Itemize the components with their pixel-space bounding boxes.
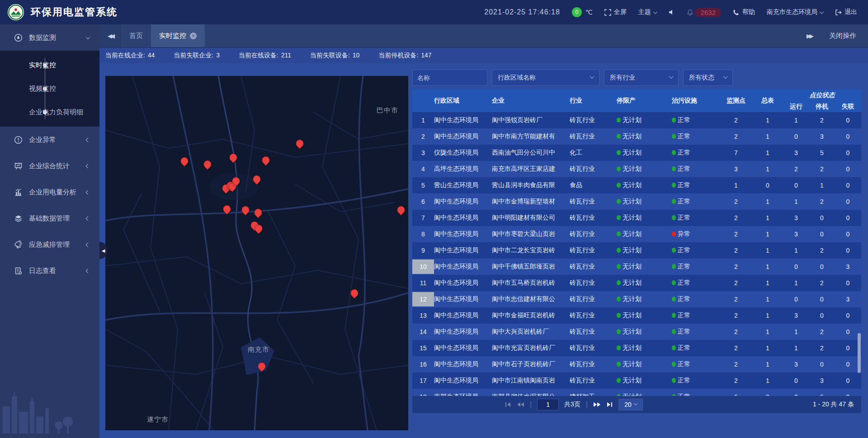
help-button[interactable]: 帮助 <box>733 8 755 16</box>
sidebar-item[interactable]: 数据监测 <box>0 24 99 51</box>
cell-stopped: 0 <box>809 226 835 242</box>
fullscreen-button[interactable]: 全屏 <box>604 8 627 16</box>
industry-filter-select[interactable]: 所有行业 <box>604 70 679 86</box>
cell-stop-status: 无计划 <box>617 259 672 275</box>
stat-item: 当前失联设备: 10 <box>310 52 359 60</box>
divider: | <box>586 400 588 409</box>
cell-monitor-points: 2 <box>720 324 752 340</box>
table-row[interactable]: 18南部生态环境局南部县砌佳水泥有限公建材加工无计划正常60060 <box>412 389 861 396</box>
sound-mute-button[interactable] <box>669 9 675 15</box>
stat-label: 当前失联企业: <box>174 52 215 59</box>
table-scrollbar-thumb[interactable] <box>858 333 861 373</box>
table-row[interactable]: 6阆中生态环境局阆中市金博瑞新型墙材砖瓦行业无计划正常21120 <box>412 193 861 210</box>
sidebar-item[interactable]: 应急减排管理 <box>0 231 99 258</box>
cell-offline: 0 <box>835 307 861 324</box>
sidebar-menu: 数据监测实时监控视频监控企业电力负荷明细企业异常企业综合统计企业用电量分析基础数… <box>0 24 99 284</box>
tabs-scroll-left-button[interactable]: ◀◀ <box>99 24 121 47</box>
cell-meters: 1 <box>752 275 783 291</box>
page-number-input[interactable] <box>537 399 559 410</box>
table-row[interactable]: 8阆中生态环境局阆中市枣碧大梁山页岩砖瓦行业无计划异常21300 <box>412 226 861 242</box>
map-pin[interactable] <box>240 204 251 215</box>
table-row[interactable]: 5营山生态环境局营山县润丰肉食品有限食品无计划正常10010 <box>412 177 861 193</box>
double-right-arrow-icon[interactable]: ▶▶ <box>807 33 812 39</box>
status-dot <box>672 199 676 204</box>
cell-running: 1 <box>783 340 809 356</box>
status-filter-select[interactable]: 所有状态 <box>683 70 733 86</box>
sidebar-item-label: 企业用电量分析 <box>29 188 86 197</box>
table-row[interactable]: 10阆中生态环境局阆中千佛镇五郎垭页岩砖瓦行业无计划正常21003 <box>412 259 861 275</box>
cell-running: 0 <box>783 389 809 396</box>
sidebar-item[interactable]: 日志查看 <box>0 258 99 284</box>
close-operations-dropdown[interactable]: 关闭操作 <box>829 32 856 40</box>
cell-stopped: 0 <box>809 356 835 372</box>
table-row[interactable]: 13阆中生态环境局阆中市金福旺页岩机砖砖瓦行业无计划正常21300 <box>412 307 861 324</box>
row-index: 5 <box>417 178 429 193</box>
cell-region: 阆中生态环境局 <box>434 128 492 145</box>
next-page-button[interactable] <box>593 401 601 408</box>
map-pin[interactable] <box>179 155 190 166</box>
cell-industry: 砖瓦行业 <box>570 210 617 226</box>
table-row[interactable]: 1阆中生态环境局阆中强锐页岩砖厂砖瓦行业无计划正常21120 <box>412 112 861 128</box>
status-text: 正常 <box>678 328 690 335</box>
cell-running: 0 <box>783 177 809 193</box>
sidebar-subitem[interactable]: 实时监控 <box>0 53 99 77</box>
status-text: 正常 <box>678 279 690 286</box>
last-page-button[interactable] <box>606 401 613 408</box>
table-row[interactable]: 14阆中生态环境局阆中大兴页岩机砖厂砖瓦行业无计划正常21120 <box>412 324 861 340</box>
cell-meters: 1 <box>752 161 783 177</box>
cell-facility-status: 正常 <box>672 275 720 291</box>
theme-dropdown[interactable]: 主题 <box>638 8 657 16</box>
table-row[interactable]: 15阆中生态环境局阆中市光富页岩机砖厂砖瓦行业无计划正常21120 <box>412 340 861 356</box>
map-pin[interactable] <box>349 287 360 298</box>
sidebar-item[interactable]: 企业用电量分析 <box>0 179 99 205</box>
cell-region: 阆中生态环境局 <box>434 275 492 291</box>
table-row[interactable]: 11阆中生态环境局阆中市五马桥页岩机砖砖瓦行业无计划正常21120 <box>412 275 861 291</box>
sidebar-item[interactable]: 基础数据管理 <box>0 205 99 231</box>
map-canvas[interactable]: 巴中市南充市遂宁市 <box>105 76 408 430</box>
table-row[interactable]: 17阆中生态环境局阆中市江南镇阆南页岩砖瓦行业无计划正常21030 <box>412 372 861 389</box>
map-pin[interactable] <box>294 138 305 149</box>
table-row[interactable]: 12阆中生态环境局阆中市忠信建材有限公砖瓦行业无计划正常21003 <box>412 291 861 307</box>
sidebar-item[interactable]: 企业异常 <box>0 127 99 153</box>
logout-button[interactable]: 退出 <box>835 8 857 16</box>
row-index: 1 <box>417 113 429 127</box>
map-pin[interactable] <box>256 361 267 372</box>
status-dot <box>672 378 676 383</box>
notifications-button[interactable]: 2632 <box>687 8 721 17</box>
table-row[interactable]: 2阆中生态环境局阆中市南方节能建材有砖瓦行业无计划正常21030 <box>412 128 861 145</box>
map-pin[interactable] <box>260 155 271 165</box>
status-text: 无计划 <box>623 214 642 221</box>
map-pin[interactable] <box>253 207 264 218</box>
page-size-select[interactable]: 20 <box>618 399 643 410</box>
map-pin[interactable] <box>396 204 406 215</box>
cell-stop-status: 无计划 <box>617 356 672 372</box>
tab-home[interactable]: 首页 <box>121 24 151 47</box>
table-row[interactable]: 16阆中生态环境局阆中市石子页岩机砖厂砖瓦行业无计划正常21300 <box>412 356 861 372</box>
region-filter-select[interactable]: 行政区域名称 <box>492 70 599 86</box>
status-text: 正常 <box>678 311 690 319</box>
map-pin[interactable] <box>222 203 232 214</box>
map-pin[interactable] <box>251 174 262 184</box>
prev-page-button[interactable] <box>517 401 524 408</box>
stat-value: 147 <box>421 52 431 59</box>
cell-stopped: 6 <box>809 389 835 396</box>
map-pin[interactable] <box>228 152 239 163</box>
table-row[interactable]: 9阆中生态环境局阆中市二龙长宝页岩砖砖瓦行业无计划正常21120 <box>412 242 861 259</box>
sidebar-subitem[interactable]: 视频监控 <box>0 77 99 100</box>
name-filter-input[interactable] <box>412 70 487 86</box>
tab-realtime-monitor[interactable]: 实时监控 × <box>151 24 205 47</box>
cell-stopped: 3 <box>809 372 835 389</box>
close-tab-icon[interactable]: × <box>190 33 197 39</box>
table-row[interactable]: 7阆中生态环境局阆中明阳建材有限公司砖瓦行业无计划正常21300 <box>412 210 861 226</box>
map-pin[interactable] <box>202 159 213 170</box>
sidebar-item[interactable]: 企业综合统计 <box>0 153 99 179</box>
first-page-button[interactable] <box>505 401 511 408</box>
table-row[interactable]: 4高坪生态环境局南充市高坪区王家店建砖瓦行业无计划正常31220 <box>412 161 861 177</box>
status-dot <box>617 150 621 155</box>
table-row[interactable]: 3仪陇生态环境局西南油气田分公司川中化工无计划正常71350 <box>412 145 861 161</box>
cell-region: 阆中生态环境局 <box>434 242 492 259</box>
cell-stopped: 2 <box>809 112 835 128</box>
org-dropdown[interactable]: 南充市生态环境局 <box>767 8 823 16</box>
stat-label: 当前停机设备: <box>378 52 420 59</box>
sidebar-subitem[interactable]: 企业电力负荷明细 <box>0 100 99 124</box>
